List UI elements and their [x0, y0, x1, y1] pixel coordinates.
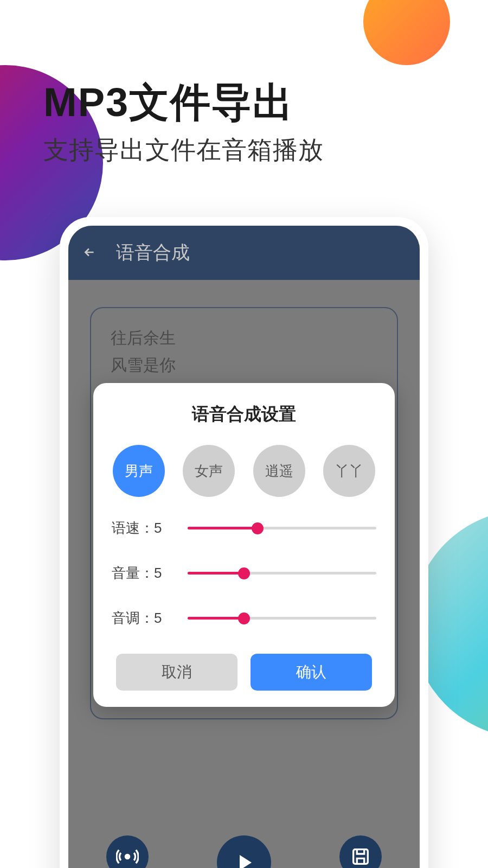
phone-frame: 语音合成 往后余生 风雪是你 平淡是你 播放设置 [60, 217, 428, 868]
speed-slider[interactable] [188, 522, 376, 535]
back-arrow-icon[interactable] [82, 242, 97, 264]
voice-chip-yaya[interactable]: 丫丫 [323, 445, 375, 497]
svg-rect-1 [354, 850, 368, 864]
lyric-line: 风雪是你 [111, 352, 377, 379]
confirm-button[interactable]: 确认 [251, 654, 372, 691]
promo-title: MP3文件导出 [43, 76, 324, 130]
volume-label: 音量：5 [112, 564, 188, 583]
phone-screen: 语音合成 往后余生 风雪是你 平淡是你 播放设置 [68, 226, 420, 868]
voice-chips-row: 男声 女声 逍遥 丫丫 [112, 445, 376, 497]
speed-label: 语速：5 [112, 519, 188, 538]
bottom-bar: 播放设置 播放 保存语音 [68, 830, 420, 868]
broadcast-icon [106, 835, 149, 868]
speed-slider-row: 语速：5 [112, 519, 376, 538]
voice-chip-male[interactable]: 男声 [113, 445, 165, 497]
voice-chip-female[interactable]: 女声 [183, 445, 235, 497]
pitch-label: 音调：5 [112, 609, 188, 628]
promo-block: MP3文件导出 支持导出文件在音箱播放 [43, 76, 324, 167]
lyric-line: 往后余生 [111, 324, 377, 352]
svg-point-0 [125, 855, 129, 859]
play-button[interactable]: 播放 [217, 835, 271, 868]
pitch-slider-row: 音调：5 [112, 609, 376, 628]
app-title: 语音合成 [116, 240, 190, 265]
voice-chip-xiaoyao[interactable]: 逍遥 [253, 445, 305, 497]
voice-settings-dialog: 语音合成设置 男声 女声 逍遥 丫丫 语速：5 音量：5 [93, 383, 395, 707]
dialog-title: 语音合成设置 [112, 403, 376, 426]
play-settings-button[interactable]: 播放设置 [99, 835, 156, 868]
cancel-button[interactable]: 取消 [116, 654, 237, 691]
save-icon [339, 835, 382, 868]
pitch-slider[interactable] [188, 612, 376, 625]
volume-slider[interactable] [188, 567, 376, 580]
play-icon [217, 835, 271, 868]
save-voice-button[interactable]: 保存语音 [332, 835, 389, 868]
app-header: 语音合成 [68, 226, 420, 280]
promo-subtitle: 支持导出文件在音箱播放 [43, 133, 324, 167]
decorative-circle-orange [363, 0, 450, 65]
dialog-button-row: 取消 确认 [112, 654, 376, 691]
volume-slider-row: 音量：5 [112, 564, 376, 583]
